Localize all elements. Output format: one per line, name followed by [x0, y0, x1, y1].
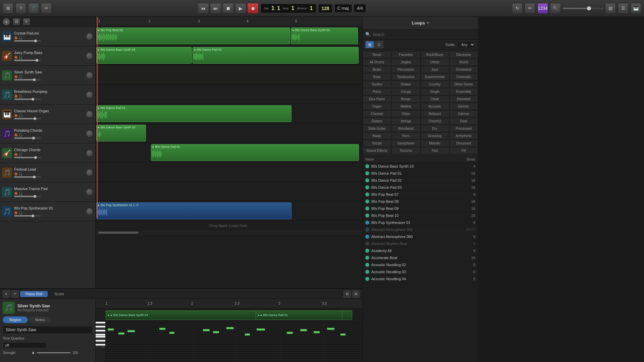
- pr-note[interactable]: [314, 331, 320, 333]
- filter-btn[interactable]: Dry: [421, 125, 449, 132]
- track-header-item[interactable]: 🎵 80s Pop Synthesizer 01 🔕 🎧: [0, 202, 95, 221]
- filter-btn[interactable]: Processed: [449, 125, 478, 132]
- pan-knob[interactable]: [86, 130, 93, 137]
- loop-item[interactable]: 80s Pop Beat 08 16: [363, 198, 478, 205]
- metronome-btn[interactable]: 🎵: [28, 3, 39, 14]
- time-signature-display[interactable]: 4/4: [354, 4, 366, 12]
- list-btn[interactable]: ☰: [618, 3, 629, 14]
- filter-btn[interactable]: Shaker: [391, 81, 420, 88]
- panels-btn[interactable]: ▤: [605, 3, 616, 14]
- filter-btn[interactable]: Conga: [391, 88, 420, 95]
- mute-btn[interactable]: 🔕: [14, 75, 18, 78]
- grid-view-btn[interactable]: ⊞: [365, 41, 374, 48]
- pr-note[interactable]: [159, 328, 165, 330]
- filter-btn[interactable]: Clavinet: [363, 110, 391, 117]
- filter-btn[interactable]: Melodic: [421, 140, 449, 147]
- track-header-item[interactable]: 🎵 Festival Lead 🔕 🎧: [0, 163, 95, 182]
- pr-note[interactable]: [226, 327, 234, 329]
- volume-bar[interactable]: [14, 215, 41, 217]
- clip[interactable]: ▸ 80s Dance Pad 01: [151, 144, 359, 161]
- filter-btn[interactable]: Saxophone: [391, 140, 420, 147]
- volume-bar[interactable]: [14, 40, 41, 42]
- filter-btn[interactable]: Ensemble: [449, 88, 478, 95]
- volume-bar[interactable]: [14, 79, 41, 80]
- mute-btn[interactable]: 🔕: [14, 153, 18, 156]
- filter-btn[interactable]: Bass: [363, 73, 391, 80]
- pr-note[interactable]: [203, 329, 210, 331]
- mute-btn[interactable]: 🔕: [14, 56, 18, 59]
- bottom-settings-btn[interactable]: ≡: [3, 290, 10, 298]
- pr-btn2[interactable]: ⊞: [352, 290, 360, 298]
- filter-btn[interactable]: Cinematic: [449, 73, 478, 80]
- pr-grid[interactable]: [106, 322, 362, 362]
- filter-btn[interactable]: Dark: [449, 118, 478, 125]
- filter-btn[interactable]: Bongo: [391, 96, 420, 103]
- fast-forward-btn[interactable]: ⏭: [210, 3, 221, 14]
- smart-controls-btn[interactable]: 1234: [537, 3, 548, 14]
- filter-btn[interactable]: Sound Effects: [363, 147, 391, 154]
- loop-item[interactable]: 80s Pop Beat 07 8: [363, 191, 478, 198]
- add-track-btn[interactable]: +: [3, 18, 10, 25]
- grid-btn[interactable]: ⊞: [3, 3, 13, 14]
- filter-btn[interactable]: Piano: [363, 88, 391, 95]
- loop-item[interactable]: 80s Dance Pad 01 16: [363, 170, 478, 177]
- pan-knob[interactable]: [86, 149, 93, 157]
- filter-btn[interactable]: Arrhythmic: [449, 132, 478, 139]
- filter-btn[interactable]: Tambourine: [391, 73, 420, 80]
- pan-knob[interactable]: [86, 188, 93, 196]
- clip[interactable]: ▸ 80s Dance Bass Synth 04: [96, 47, 192, 64]
- headphone-btn[interactable]: 🎧: [19, 36, 22, 40]
- piano-btn[interactable]: 🎹: [631, 3, 641, 14]
- filter-btn[interactable]: Clean: [421, 96, 449, 103]
- mute-btn[interactable]: 🔕: [14, 114, 18, 117]
- pr-note[interactable]: [213, 331, 219, 333]
- loop-item[interactable]: Abstract Atmosphere 001 00:03: [363, 226, 478, 233]
- tab-piano-roll[interactable]: Piano Roll: [20, 291, 48, 297]
- clip[interactable]: ▸ 80s Dance Pad 01: [96, 105, 291, 122]
- filter-btn[interactable]: World: [449, 59, 478, 66]
- pan-knob[interactable]: [86, 52, 93, 60]
- pr-btn1[interactable]: ⊟: [343, 290, 351, 298]
- filter-btn[interactable]: Experimental: [421, 73, 449, 80]
- rewind-btn[interactable]: ⏮: [198, 3, 209, 14]
- headphone-btn[interactable]: 🎧: [19, 172, 22, 176]
- loop-item[interactable]: Academy All 8: [363, 247, 478, 254]
- mute-btn[interactable]: 🔕: [14, 133, 18, 137]
- record-btn[interactable]: ⏺: [247, 3, 259, 14]
- loop-item[interactable]: Acoustic Noodling 03 8: [363, 268, 478, 276]
- filter-btn[interactable]: Slide Guitar: [363, 125, 391, 132]
- loop-item[interactable]: Acoustic Noodling 02 8: [363, 261, 478, 268]
- volume-bar[interactable]: [14, 118, 41, 119]
- pan-knob[interactable]: [86, 111, 93, 118]
- stop-btn[interactable]: ⏹: [222, 3, 234, 14]
- track-header-item[interactable]: 🎸 Chicago Chords 🔕 🎧: [0, 143, 95, 163]
- filter-btn[interactable]: Distorted: [449, 96, 478, 103]
- loop-item[interactable]: Acoustic Noodling 04 8: [363, 276, 478, 283]
- headphone-btn[interactable]: 🎧: [19, 133, 22, 137]
- loop-item[interactable]: 80s Pop Beat 10 16: [363, 212, 478, 219]
- headphone-btn[interactable]: 🎧: [19, 114, 22, 117]
- track-header-item[interactable]: 🎵 Pulsating Chords 🔕 🎧: [0, 124, 95, 143]
- track-header-item[interactable]: 🎵 Silver Synth Saw 🔕 🎧: [0, 66, 95, 85]
- filter-btn[interactable]: Other Genre: [449, 81, 478, 88]
- pr-note[interactable]: [340, 334, 345, 336]
- filter-btn[interactable]: Dissonant: [449, 140, 478, 147]
- filter-btn[interactable]: Reset: [363, 51, 391, 58]
- pan-knob[interactable]: [86, 208, 93, 215]
- region-tab[interactable]: Region: [3, 316, 28, 323]
- pr-region-clip2[interactable]: ▸ ▸ 80s Dance Pad 01: [256, 310, 342, 320]
- headphone-btn[interactable]: 🎧: [19, 95, 22, 98]
- filter-btn[interactable]: Urban: [421, 59, 449, 66]
- volume-bar[interactable]: [14, 99, 41, 100]
- tab-score[interactable]: Score: [49, 291, 69, 297]
- clip[interactable]: ▸ 80s Dance Bass Synth 10: [96, 125, 146, 141]
- pan-knob[interactable]: [86, 72, 93, 79]
- filter-btn[interactable]: Cheerful: [421, 118, 449, 125]
- headphone-btn[interactable]: 🎧: [19, 192, 22, 195]
- track-filter-btn[interactable]: ▿: [23, 18, 30, 25]
- key-display[interactable]: C maj: [334, 4, 352, 12]
- headphone-btn[interactable]: 🎧: [19, 56, 22, 59]
- volume-bar[interactable]: [14, 137, 41, 139]
- filter-btn[interactable]: Banjo: [363, 132, 391, 139]
- pr-note[interactable]: [127, 330, 135, 332]
